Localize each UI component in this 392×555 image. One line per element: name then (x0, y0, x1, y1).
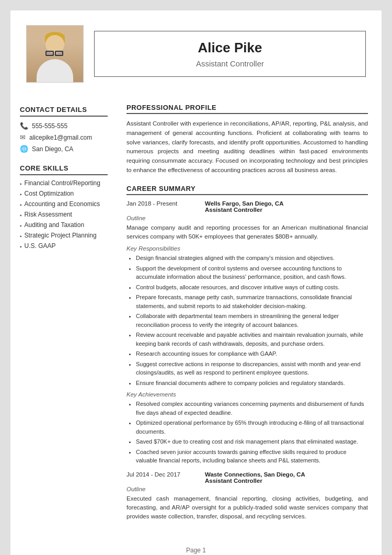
skill-label: Risk Assessment (25, 211, 72, 218)
resume-page: Alice Pike Assistant Controller CONTACT … (10, 10, 382, 555)
skill-bullet-icon: ▪ (20, 191, 22, 197)
career-entry: Jul 2014 - Dec 2017 Waste Connections, S… (126, 471, 368, 522)
career-outline-label: Outline (126, 215, 368, 221)
responsibility-item: Ensure financial documents adhere to com… (136, 379, 368, 388)
career-summary-title: CAREER SUMMARY (126, 185, 368, 195)
head-decoration (45, 35, 64, 54)
skill-bullet-icon: ▪ (20, 223, 22, 229)
responsibility-item: Prepare forecasts, manage petty cash, su… (136, 293, 368, 310)
career-company-block: Waste Connections, San Diego, CA Assista… (205, 471, 368, 484)
career-role: Assistant Controller (205, 207, 368, 213)
career-dates: Jan 2018 - Present (126, 200, 194, 213)
skill-bullet-icon: ▪ (20, 244, 22, 250)
responsibilities-label: Key Responsibilities (126, 245, 368, 252)
skill-bullet-icon: ▪ (20, 212, 22, 218)
professional-profile-title: PROFESSIONAL PROFILE (126, 104, 368, 114)
location-icon: 🌐 (20, 145, 28, 153)
career-outline-text: Executed cash management, financial repo… (126, 494, 368, 522)
page-footer: Page 1 (10, 538, 382, 555)
right-content: PROFESSIONAL PROFILE Assistant Controlle… (115, 93, 382, 538)
responsibility-item: Design financial strategies aligned with… (136, 254, 368, 263)
career-company-block: Wells Fargo, San Diego, CA Assistant Con… (205, 200, 368, 213)
career-summary-section: CAREER SUMMARY Jan 2018 - Present Wells … (126, 185, 368, 522)
skill-item: ▪U.S. GAAP (20, 242, 108, 250)
achievement-item: Saved $70K+ due to creating cost and ris… (136, 437, 368, 446)
career-role: Assistant Controller (205, 478, 368, 484)
responsibility-item: Review account receivable and payable ac… (136, 331, 368, 348)
career-entries-container: Jan 2018 - Present Wells Fargo, San Dieg… (126, 200, 368, 522)
skill-label: Auditing and Taxation (25, 221, 85, 229)
contact-section-title: CONTACT DETAILS (20, 106, 108, 117)
skills-list: ▪Financial Control/Reporting▪Cost Optimi… (20, 179, 108, 250)
candidate-title: Assistant Controller (107, 59, 353, 68)
professional-profile-section: PROFESSIONAL PROFILE Assistant Controlle… (126, 104, 368, 175)
career-company: Waste Connections, San Diego, CA (205, 471, 368, 478)
responsibility-item: Control budgets, allocate resources, and… (136, 283, 368, 292)
professional-profile-text: Assistant Controller with experience in … (126, 119, 368, 175)
achievement-item: Resolved complex accounting variances co… (136, 400, 368, 417)
skill-label: Financial Control/Reporting (25, 179, 100, 187)
phone-number: 555-555-555 (32, 122, 67, 130)
career-company: Wells Fargo, San Diego, CA (205, 200, 368, 207)
achievement-item: Optimized operational performance by 65%… (136, 418, 368, 436)
contact-section: CONTACT DETAILS 📞 555-555-555 ✉ alicepik… (20, 106, 108, 153)
sidebar: CONTACT DETAILS 📞 555-555-555 ✉ alicepik… (10, 93, 115, 538)
responsibilities-list: Design financial strategies aligned with… (126, 254, 368, 387)
skill-item: ▪Financial Control/Reporting (20, 179, 108, 187)
skill-bullet-icon: ▪ (20, 233, 22, 239)
responsibility-item: Support the development of control syste… (136, 264, 368, 281)
page-number: Page 1 (186, 547, 206, 554)
glasses-decoration (45, 51, 64, 56)
email-icon: ✉ (20, 133, 26, 141)
career-header-row: Jul 2014 - Dec 2017 Waste Connections, S… (126, 471, 368, 484)
achievements-label: Key Achievements (126, 391, 368, 398)
contact-location: 🌐 San Diego, CA (20, 145, 108, 153)
skills-section-title: CORE SKILLS (20, 164, 108, 175)
skill-item: ▪Auditing and Taxation (20, 221, 108, 229)
candidate-photo (26, 25, 84, 83)
header-section: Alice Pike Assistant Controller (10, 10, 382, 93)
skill-item: ▪Accounting and Economics (20, 200, 108, 208)
skill-item: ▪Risk Assessment (20, 211, 108, 218)
location-text: San Diego, CA (32, 145, 73, 153)
skill-item: ▪Strategic Project Planning (20, 232, 108, 239)
achievement-item: Coached seven junior accounts towards ga… (136, 448, 368, 465)
responsibility-item: Suggest corrective actions in response t… (136, 360, 368, 377)
main-content: CONTACT DETAILS 📞 555-555-555 ✉ alicepik… (10, 93, 382, 538)
name-title-box: Alice Pike Assistant Controller (94, 31, 366, 77)
contact-email: ✉ alicepike1@gmail.com (20, 133, 108, 141)
responsibility-item: Collaborate with departmental team membe… (136, 312, 368, 329)
candidate-name: Alice Pike (107, 40, 353, 56)
email-address: alicepike1@gmail.com (29, 134, 92, 141)
career-entry: Jan 2018 - Present Wells Fargo, San Dieg… (126, 200, 368, 465)
career-header-row: Jan 2018 - Present Wells Fargo, San Dieg… (126, 200, 368, 213)
body-decoration (37, 59, 73, 82)
contact-items: 📞 555-555-555 ✉ alicepike1@gmail.com 🌐 S… (20, 122, 108, 153)
skills-section: CORE SKILLS ▪Financial Control/Reporting… (20, 164, 108, 250)
contact-phone: 📞 555-555-555 (20, 122, 108, 130)
skill-label: Accounting and Economics (25, 200, 100, 208)
skill-label: U.S. GAAP (25, 242, 56, 250)
career-dates: Jul 2014 - Dec 2017 (126, 471, 194, 484)
responsibility-item: Research accounting issues for complianc… (136, 349, 368, 358)
skill-bullet-icon: ▪ (20, 202, 22, 208)
skill-item: ▪Cost Optimization (20, 190, 108, 197)
skill-label: Cost Optimization (25, 190, 74, 197)
career-outline-text: Manage company audit and reporting proce… (126, 223, 368, 242)
skill-bullet-icon: ▪ (20, 181, 22, 187)
career-outline-label: Outline (126, 486, 368, 492)
skill-label: Strategic Project Planning (25, 232, 97, 239)
achievements-list: Resolved complex accounting variances co… (126, 400, 368, 465)
phone-icon: 📞 (20, 122, 28, 130)
